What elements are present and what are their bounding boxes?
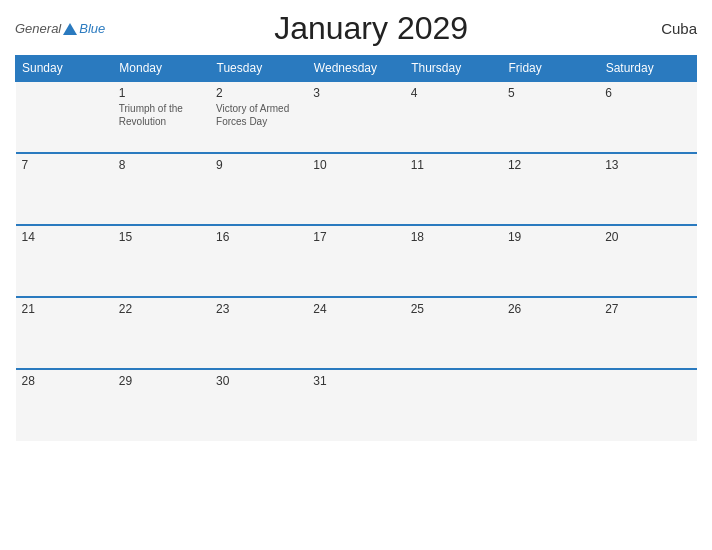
calendar-table: SundayMondayTuesdayWednesdayThursdayFrid…	[15, 55, 697, 441]
date-number: 26	[508, 302, 593, 316]
calendar-cell: 25	[405, 297, 502, 369]
calendar-cell: 28	[16, 369, 113, 441]
date-number: 14	[22, 230, 107, 244]
calendar-cell: 19	[502, 225, 599, 297]
date-number: 19	[508, 230, 593, 244]
date-number: 16	[216, 230, 301, 244]
calendar-cell: 16	[210, 225, 307, 297]
logo-blue-text: Blue	[79, 21, 105, 36]
date-number: 15	[119, 230, 204, 244]
calendar-week-3: 14151617181920	[16, 225, 697, 297]
calendar-week-2: 78910111213	[16, 153, 697, 225]
calendar-cell: 2Victory of Armed Forces Day	[210, 81, 307, 153]
date-number: 11	[411, 158, 496, 172]
holiday-label: Victory of Armed Forces Day	[216, 102, 301, 128]
date-number: 13	[605, 158, 690, 172]
calendar-week-4: 21222324252627	[16, 297, 697, 369]
date-number: 20	[605, 230, 690, 244]
calendar-cell: 31	[307, 369, 404, 441]
calendar-header: General Blue January 2029 Cuba	[15, 10, 697, 47]
calendar-cell: 26	[502, 297, 599, 369]
date-number: 27	[605, 302, 690, 316]
date-number: 12	[508, 158, 593, 172]
day-header-saturday: Saturday	[599, 56, 696, 82]
date-number: 4	[411, 86, 496, 100]
date-number: 25	[411, 302, 496, 316]
date-number: 3	[313, 86, 398, 100]
date-number: 5	[508, 86, 593, 100]
date-number: 18	[411, 230, 496, 244]
calendar-cell: 29	[113, 369, 210, 441]
calendar-cell: 20	[599, 225, 696, 297]
calendar-cell: 24	[307, 297, 404, 369]
date-number: 30	[216, 374, 301, 388]
calendar-cell: 18	[405, 225, 502, 297]
date-number: 9	[216, 158, 301, 172]
date-number: 28	[22, 374, 107, 388]
calendar-cell	[599, 369, 696, 441]
logo-general-text: General	[15, 21, 61, 36]
holiday-label: Triumph of the Revolution	[119, 102, 204, 128]
calendar-cell: 17	[307, 225, 404, 297]
calendar-cell: 6	[599, 81, 696, 153]
calendar-cell: 21	[16, 297, 113, 369]
day-header-friday: Friday	[502, 56, 599, 82]
logo: General Blue	[15, 21, 105, 36]
calendar-cell: 23	[210, 297, 307, 369]
calendar-week-5: 28293031	[16, 369, 697, 441]
date-number: 1	[119, 86, 204, 100]
date-number: 10	[313, 158, 398, 172]
calendar-cell: 8	[113, 153, 210, 225]
calendar-cell: 4	[405, 81, 502, 153]
page-container: General Blue January 2029 Cuba SundayMon…	[0, 0, 712, 550]
date-number: 8	[119, 158, 204, 172]
day-header-wednesday: Wednesday	[307, 56, 404, 82]
calendar-title: January 2029	[105, 10, 637, 47]
calendar-cell: 15	[113, 225, 210, 297]
calendar-cell: 11	[405, 153, 502, 225]
date-number: 2	[216, 86, 301, 100]
day-header-thursday: Thursday	[405, 56, 502, 82]
calendar-cell: 7	[16, 153, 113, 225]
calendar-cell: 5	[502, 81, 599, 153]
calendar-cell: 27	[599, 297, 696, 369]
country-label: Cuba	[637, 20, 697, 37]
calendar-cell	[405, 369, 502, 441]
calendar-cell: 13	[599, 153, 696, 225]
day-header-monday: Monday	[113, 56, 210, 82]
day-header-sunday: Sunday	[16, 56, 113, 82]
logo-triangle-icon	[63, 23, 77, 35]
date-number: 7	[22, 158, 107, 172]
date-number: 21	[22, 302, 107, 316]
calendar-cell: 12	[502, 153, 599, 225]
date-number: 22	[119, 302, 204, 316]
calendar-cell	[16, 81, 113, 153]
calendar-cell: 9	[210, 153, 307, 225]
date-number: 6	[605, 86, 690, 100]
date-number: 23	[216, 302, 301, 316]
date-number: 31	[313, 374, 398, 388]
calendar-week-1: 1Triumph of the Revolution2Victory of Ar…	[16, 81, 697, 153]
date-number: 17	[313, 230, 398, 244]
calendar-cell	[502, 369, 599, 441]
calendar-cell: 14	[16, 225, 113, 297]
calendar-cell: 1Triumph of the Revolution	[113, 81, 210, 153]
date-number: 24	[313, 302, 398, 316]
calendar-cell: 30	[210, 369, 307, 441]
calendar-cell: 22	[113, 297, 210, 369]
date-number: 29	[119, 374, 204, 388]
day-header-tuesday: Tuesday	[210, 56, 307, 82]
calendar-header-row: SundayMondayTuesdayWednesdayThursdayFrid…	[16, 56, 697, 82]
calendar-cell: 3	[307, 81, 404, 153]
calendar-cell: 10	[307, 153, 404, 225]
